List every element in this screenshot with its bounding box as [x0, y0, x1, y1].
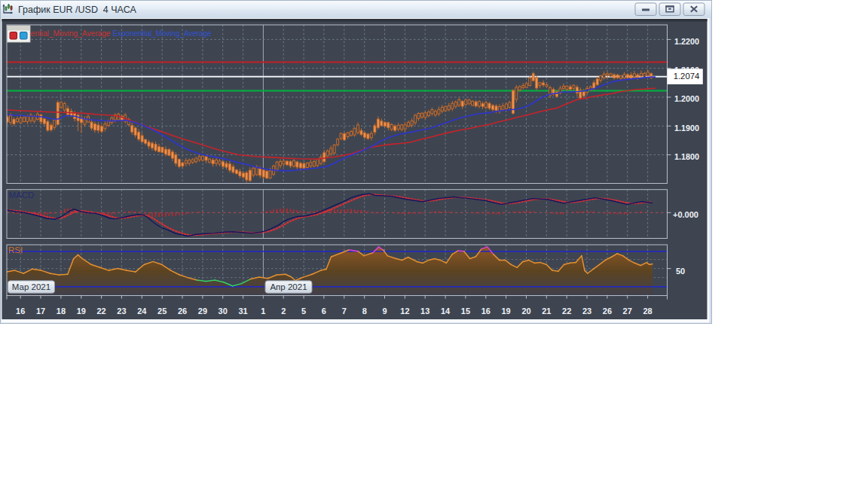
svg-text:16: 16 [16, 307, 25, 316]
svg-text:14: 14 [441, 307, 451, 316]
svg-text:29: 29 [198, 307, 207, 316]
svg-text:1.2200: 1.2200 [674, 37, 699, 46]
svg-text:19: 19 [501, 307, 510, 316]
svg-text:20: 20 [521, 307, 530, 316]
svg-text:Мар 2021: Мар 2021 [12, 282, 50, 291]
svg-text:19: 19 [77, 307, 86, 316]
svg-text:7: 7 [342, 307, 347, 316]
svg-text:25: 25 [157, 307, 167, 316]
svg-text:График EUR /USD 4 ЧАСА: График EUR /USD 4 ЧАСА [18, 5, 136, 15]
svg-text:1.1900: 1.1900 [674, 124, 699, 133]
svg-text:1.1800: 1.1800 [674, 152, 699, 161]
svg-text:12: 12 [400, 307, 409, 316]
svg-text:22: 22 [562, 307, 571, 316]
svg-text:MACD: MACD [9, 191, 35, 200]
svg-text:6: 6 [322, 307, 326, 316]
svg-text:8: 8 [362, 307, 367, 316]
svg-text:26: 26 [603, 307, 612, 316]
svg-text:+0.000: +0.000 [673, 210, 698, 219]
svg-text:21: 21 [542, 307, 551, 316]
svg-text:17: 17 [36, 307, 45, 316]
svg-text:24: 24 [137, 307, 147, 316]
svg-text:1.2074: 1.2074 [674, 72, 700, 81]
svg-text:16: 16 [481, 307, 491, 316]
svg-text:28: 28 [643, 307, 652, 316]
svg-text:13: 13 [420, 307, 429, 316]
svg-text:18: 18 [57, 307, 66, 316]
svg-text:RSI: RSI [8, 246, 23, 255]
svg-text:5: 5 [301, 307, 306, 316]
svg-text:Exponential_Moving_Average: Exponential_Moving_Average [113, 29, 212, 38]
svg-text:9: 9 [382, 307, 387, 316]
svg-text:26: 26 [178, 307, 187, 316]
svg-text:2: 2 [281, 307, 286, 316]
svg-text:ential_Moving_Average: ential_Moving_Average [31, 29, 111, 38]
svg-text:27: 27 [623, 307, 632, 316]
svg-text:15: 15 [461, 307, 470, 316]
svg-text:30: 30 [219, 307, 228, 316]
svg-text:1.2000: 1.2000 [674, 94, 699, 103]
svg-text:23: 23 [117, 307, 126, 316]
svg-text:23: 23 [582, 307, 591, 316]
svg-text:50: 50 [676, 267, 685, 276]
svg-text:22: 22 [96, 307, 105, 316]
svg-text:31: 31 [238, 307, 247, 316]
svg-text:1: 1 [261, 307, 265, 316]
svg-text:Апр 2021: Апр 2021 [270, 282, 307, 291]
